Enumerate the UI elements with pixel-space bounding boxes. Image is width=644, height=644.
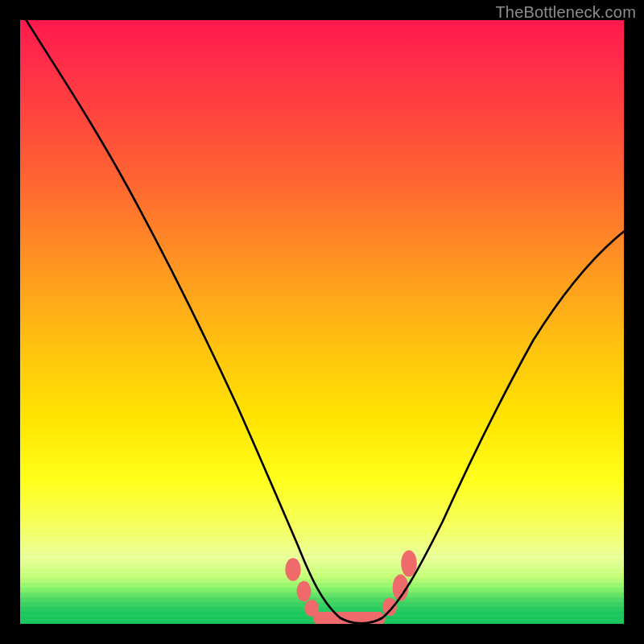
marker-cluster [285, 551, 417, 625]
plot-area [20, 20, 624, 624]
svg-rect-0 [313, 612, 386, 624]
svg-point-1 [285, 558, 301, 581]
svg-point-3 [304, 600, 319, 617]
svg-point-5 [393, 575, 409, 601]
chart-frame: TheBottleneck.com [0, 0, 644, 644]
svg-point-6 [401, 551, 416, 577]
bottleneck-curve [27, 20, 625, 623]
svg-point-2 [297, 581, 312, 602]
watermark-text: TheBottleneck.com [495, 3, 636, 22]
bottom-striping [20, 527, 624, 624]
svg-point-4 [382, 598, 397, 617]
curve-layer [20, 20, 624, 624]
